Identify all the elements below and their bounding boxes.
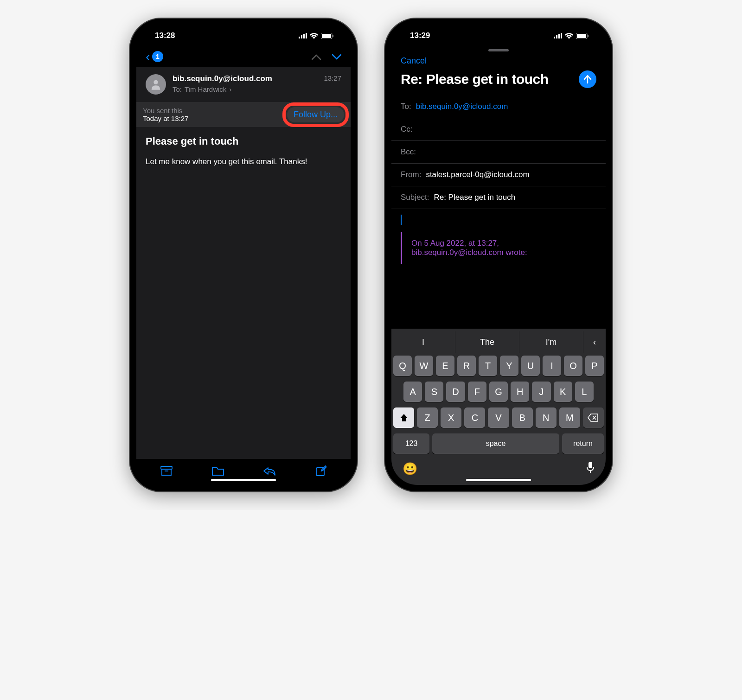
to-field[interactable]: To: bib.sequin.0y@icloud.com — [391, 95, 606, 118]
quote-line2: bib.sequin.0y@icloud.com wrote: — [411, 248, 587, 257]
subject-label: Subject: — [401, 193, 429, 202]
from-field[interactable]: From: stalest.parcel-0q@icloud.com — [391, 164, 606, 186]
home-indicator[interactable] — [466, 479, 531, 481]
text-cursor — [401, 215, 402, 225]
key-r[interactable]: R — [457, 356, 476, 376]
svg-rect-5 — [322, 34, 331, 38]
svg-rect-10 — [554, 37, 555, 38]
svg-rect-0 — [299, 37, 300, 38]
followup-banner: You sent this Today at 13:27 Follow Up..… — [136, 102, 351, 127]
cancel-button[interactable]: Cancel — [401, 56, 427, 65]
annotation-highlight — [282, 102, 349, 127]
key-x[interactable]: X — [441, 407, 461, 428]
arrow-up-icon — [583, 75, 592, 84]
key-q[interactable]: Q — [393, 356, 412, 376]
to-name: Tim Hardwick — [185, 85, 226, 93]
keyboard: I The I'm ‹ Q W E R T Y U I O P A S D — [391, 329, 606, 485]
backspace-key[interactable] — [583, 407, 604, 428]
svg-rect-11 — [556, 35, 557, 38]
archive-icon[interactable] — [160, 466, 173, 478]
svg-rect-17 — [588, 462, 592, 468]
to-label: To: — [401, 102, 411, 111]
key-row-2: A S D F G H J K L — [391, 379, 606, 405]
to-line[interactable]: To: Tim Hardwick › — [173, 85, 341, 93]
compose-icon[interactable] — [315, 465, 326, 478]
keyboard-collapse-button[interactable]: ‹ — [583, 331, 606, 353]
chevron-right-icon: › — [229, 85, 231, 93]
space-key[interactable]: space — [432, 433, 559, 454]
key-z[interactable]: Z — [417, 407, 438, 428]
message-body: Let me know when you get this email. Tha… — [146, 156, 341, 168]
quote-line1: On 5 Aug 2022, at 13:27, — [411, 239, 587, 248]
bcc-field[interactable]: Bcc: — [391, 141, 606, 164]
banner-line1: You sent this — [143, 107, 188, 115]
bcc-label: Bcc: — [401, 147, 416, 157]
subject-value: Re: Please get in touch — [434, 193, 515, 202]
wifi-icon — [310, 33, 318, 39]
key-b[interactable]: B — [512, 407, 533, 428]
key-a[interactable]: A — [403, 382, 422, 402]
key-row-3: Z X C V B N M — [391, 405, 606, 431]
numbers-key[interactable]: 123 — [393, 433, 429, 454]
back-button[interactable]: ‹ 1 — [146, 50, 163, 64]
svg-rect-15 — [577, 34, 586, 38]
cc-field[interactable]: Cc: — [391, 118, 606, 141]
key-row-4: 123 space return — [391, 431, 606, 457]
shift-key[interactable] — [393, 407, 414, 428]
svg-rect-12 — [558, 34, 560, 38]
banner-line2: Today at 13:27 — [143, 115, 188, 122]
svg-rect-6 — [333, 35, 333, 37]
key-g[interactable]: G — [489, 382, 508, 402]
return-key[interactable]: return — [562, 433, 604, 454]
key-c[interactable]: C — [464, 407, 485, 428]
suggestion-1[interactable]: I — [391, 331, 455, 353]
key-w[interactable]: W — [415, 356, 433, 376]
from-address[interactable]: bib.sequin.0y@icloud.com — [173, 74, 272, 83]
svg-rect-1 — [301, 35, 302, 38]
emoji-key[interactable]: 😀 — [403, 462, 417, 476]
key-e[interactable]: E — [436, 356, 454, 376]
phone-compose-view: 13:29 Cancel Re: Please get in touch To:… — [385, 19, 612, 491]
dictation-key[interactable] — [586, 461, 595, 477]
phone-mail-view: 13:28 ‹ 1 — [130, 19, 357, 491]
quoted-text[interactable]: On 5 Aug 2022, at 13:27, bib.sequin.0y@i… — [401, 232, 596, 264]
key-f[interactable]: F — [468, 382, 486, 402]
cc-label: Cc: — [401, 125, 413, 134]
svg-rect-16 — [588, 35, 588, 37]
prev-message-button[interactable] — [312, 51, 321, 63]
status-time: 13:29 — [410, 31, 430, 40]
key-i[interactable]: I — [543, 356, 561, 376]
key-u[interactable]: U — [521, 356, 540, 376]
message-time: 13:27 — [324, 74, 341, 83]
message-header: bib.sequin.0y@icloud.com 13:27 To: Tim H… — [136, 67, 351, 102]
suggestion-3[interactable]: I'm — [519, 331, 583, 353]
key-row-1: Q W E R T Y U I O P — [391, 353, 606, 379]
key-t[interactable]: T — [479, 356, 497, 376]
key-d[interactable]: D — [446, 382, 465, 402]
svg-rect-3 — [306, 33, 307, 38]
send-button[interactable] — [579, 70, 596, 88]
suggestion-2[interactable]: The — [455, 331, 519, 353]
battery-icon — [321, 33, 334, 39]
next-message-button[interactable] — [332, 51, 341, 63]
key-o[interactable]: O — [564, 356, 582, 376]
subject-field[interactable]: Subject: Re: Please get in touch — [391, 186, 606, 209]
key-m[interactable]: M — [559, 407, 580, 428]
key-p[interactable]: P — [585, 356, 604, 376]
avatar[interactable] — [146, 74, 166, 95]
move-icon[interactable] — [212, 466, 224, 478]
from-label: From: — [401, 170, 421, 179]
key-v[interactable]: V — [488, 407, 509, 428]
key-y[interactable]: Y — [500, 356, 518, 376]
key-h[interactable]: H — [511, 382, 529, 402]
key-j[interactable]: J — [532, 382, 550, 402]
reply-icon[interactable] — [263, 466, 276, 478]
followup-button[interactable]: Follow Up... — [287, 107, 344, 122]
svg-rect-13 — [561, 33, 562, 38]
key-l[interactable]: L — [575, 382, 594, 402]
key-n[interactable]: N — [536, 407, 556, 428]
home-indicator[interactable] — [211, 479, 276, 481]
from-value: stalest.parcel-0q@icloud.com — [426, 170, 529, 179]
key-s[interactable]: S — [425, 382, 443, 402]
key-k[interactable]: K — [554, 382, 572, 402]
